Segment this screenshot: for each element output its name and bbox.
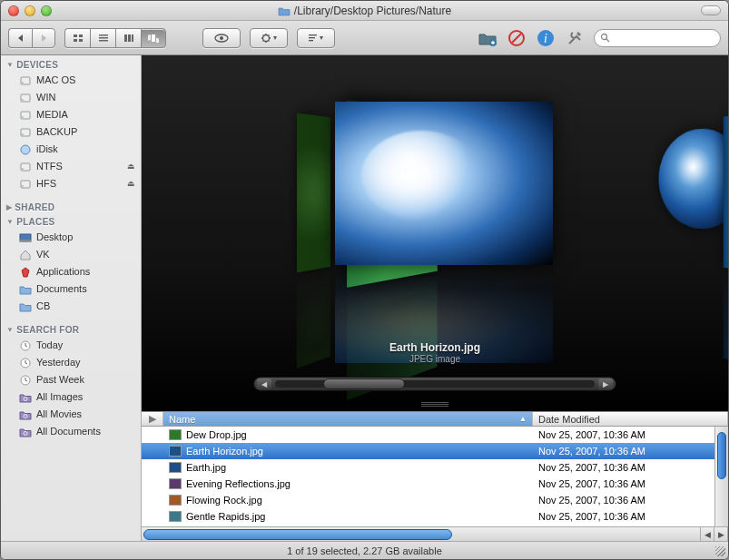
sidebar-item-mac-os[interactable]: MAC OS [1,72,141,89]
icon-view-button[interactable] [64,28,90,48]
name-column-header[interactable]: Name▲ [163,412,533,426]
zoom-button[interactable] [41,5,52,16]
folder-icon [19,300,32,313]
sidebar-item-label: All Documents [36,425,101,438]
clock-icon [19,374,32,387]
svg-point-36 [22,168,24,170]
svg-rect-40 [20,240,31,241]
sidebar: ▼DEVICESMAC OSWINMEDIABACKUPiDiskNTFS⏏HF… [1,55,142,541]
sidebar-item-hfs[interactable]: HFS⏏ [1,175,141,192]
sidebar-item-desktop[interactable]: Desktop [1,229,141,246]
svg-rect-26 [21,77,30,84]
svg-rect-12 [156,37,159,42]
sidebar-item-label: WIN [36,91,55,104]
file-row[interactable]: Earth Horizon.jpgNov 25, 2007, 10:36 AM [142,443,714,459]
sidebar-item-label: MAC OS [36,74,75,87]
file-row[interactable]: Gentle Rapids.jpgNov 25, 2007, 10:36 AM [142,508,714,525]
eject-icon[interactable]: ⏏ [127,177,135,191]
utilities-button[interactable] [565,28,585,48]
svg-line-25 [606,39,609,42]
file-row[interactable]: Evening Reflections.jpgNov 25, 2007, 10:… [142,476,714,492]
window-controls [8,5,52,16]
svg-point-34 [21,145,30,154]
coverflow-scroll-thumb[interactable] [323,378,405,389]
split-handle[interactable] [417,402,453,408]
svg-point-31 [22,116,24,118]
file-row[interactable]: Dew Drop.jpgNov 25, 2007, 10:36 AM [142,427,714,443]
file-row[interactable]: Flowing Rock.jpgNov 25, 2007, 10:36 AM [142,492,714,508]
sidebar-item-idisk[interactable]: iDisk [1,141,141,158]
minimize-button[interactable] [25,5,35,16]
expand-column[interactable]: ▶ [142,412,163,426]
sidebar-item-vk[interactable]: VK [1,246,141,263]
sidebar-item-applications[interactable]: Applications [1,263,141,280]
eject-icon[interactable]: ⏏ [127,160,135,173]
sidebar-item-media[interactable]: MEDIA [1,106,141,123]
search-input[interactable] [610,33,714,44]
resize-handle[interactable] [715,546,725,556]
horizontal-scroll-thumb[interactable] [143,529,452,540]
scroll-left-button[interactable]: ◀ [701,527,714,541]
list-view-button[interactable] [90,28,115,48]
status-bar: 1 of 19 selected, 2.27 GB available [1,541,728,559]
sidebar-item-past-week[interactable]: Past Week [1,371,141,388]
coverflow-item-center[interactable] [335,102,553,265]
search-field[interactable] [594,29,721,47]
svg-rect-2 [74,39,77,42]
scroll-right-button[interactable]: ▶ [714,527,728,541]
finder-window: /Library/Desktop Pictures/Nature i [0,0,729,560]
back-button[interactable] [8,28,32,48]
sidebar-item-all-movies[interactable]: All Movies [1,406,141,423]
sidebar-item-label: VK [36,248,50,261]
vertical-scroll-thumb[interactable] [717,432,726,479]
coverflow-scroll-left[interactable]: ◀ [257,378,271,389]
svg-rect-5 [99,37,108,39]
clock-icon [19,357,32,369]
sidebar-item-all-images[interactable]: All Images [1,388,141,406]
coverflow-view-button[interactable] [141,28,166,48]
info-button[interactable]: i [536,28,556,48]
sidebar-item-ntfs[interactable]: NTFS⏏ [1,158,141,175]
arrange-menu-button[interactable] [297,28,335,48]
quicklook-button[interactable] [202,28,241,48]
column-view-button[interactable] [115,28,141,48]
folder-icon [19,283,32,296]
sidebar-item-yesterday[interactable]: Yesterday [1,354,141,371]
file-row[interactable]: Earth.jpgNov 25, 2007, 10:36 AM [142,459,714,476]
coverflow-item-right[interactable] [659,126,728,232]
horizontal-scrollbar[interactable]: ◀ ▶ [142,526,728,541]
date-column-header[interactable]: Date Modified [533,412,728,426]
file-name: Earth.jpg [186,462,226,473]
svg-rect-35 [21,163,30,171]
action-menu-button[interactable] [250,28,288,48]
coverflow-area[interactable]: Earth Horizon.jpg JPEG image ◀ ▶ [142,55,728,411]
sidebar-item-cb[interactable]: CB [1,298,141,315]
coverflow-scroll-track[interactable] [275,380,595,388]
new-folder-button[interactable] [478,28,497,48]
coverflow-scroll-right[interactable]: ▶ [598,378,613,389]
svg-rect-16 [309,34,317,35]
coverflow-item-far-right[interactable] [724,113,728,271]
vertical-scrollbar[interactable] [714,427,728,526]
coverflow-item-far-left[interactable] [297,113,330,273]
sidebar-section-places[interactable]: ▼PLACES [1,214,141,229]
title-text: /Library/Desktop Pictures/Nature [294,5,451,17]
hdd-icon [19,161,32,173]
file-thumb-icon [169,429,182,440]
sidebar-item-win[interactable]: WIN [1,89,141,106]
close-button[interactable] [8,5,19,16]
sidebar-item-all-documents[interactable]: All Documents [1,423,141,440]
window-body: ▼DEVICESMAC OSWINMEDIABACKUPiDiskNTFS⏏HF… [1,55,728,541]
delete-button[interactable] [507,28,527,48]
sidebar-section-search for[interactable]: ▼SEARCH FOR [1,322,141,337]
sidebar-section-devices[interactable]: ▼DEVICES [1,57,141,72]
coverflow-scrollbar[interactable]: ◀ ▶ [253,377,616,391]
sidebar-section-shared[interactable]: ▶SHARED [1,200,141,214]
clock-icon [19,339,32,352]
svg-rect-3 [79,39,83,42]
sidebar-item-today[interactable]: Today [1,337,141,354]
forward-button[interactable] [32,28,55,48]
sidebar-item-backup[interactable]: BACKUP [1,123,141,141]
sidebar-item-documents[interactable]: Documents [1,280,141,298]
toolbar-toggle-button[interactable] [701,5,721,15]
